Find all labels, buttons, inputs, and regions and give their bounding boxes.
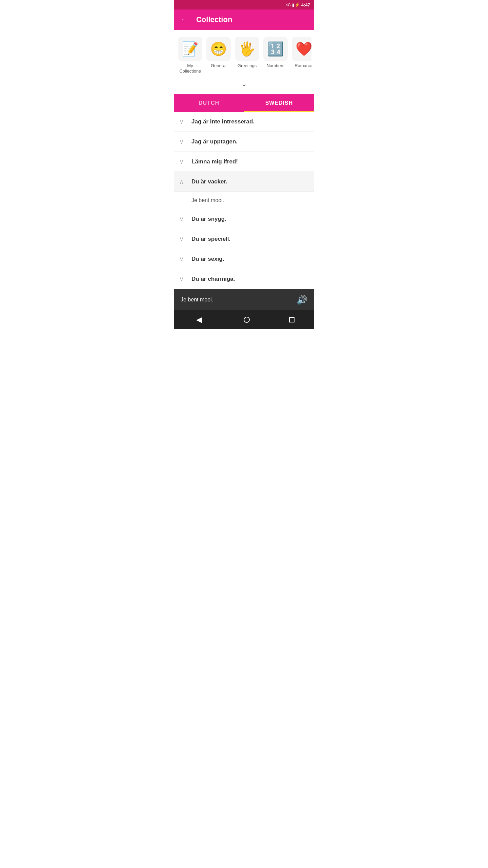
phrase-chevron-1: ∨ <box>179 118 187 125</box>
phrase-text-3: Lämna mig ifred! <box>191 158 238 165</box>
phrase-row-5[interactable]: ∨ Du är snygg. <box>174 209 314 229</box>
phrase-row-3[interactable]: ∨ Lämna mig ifred! <box>174 152 314 172</box>
nav-back-button[interactable]: ◀ <box>194 313 205 327</box>
category-scroll: 📝 My Collections 😁 General 🖐 Greetings 🔢… <box>177 35 311 78</box>
category-icon-general: 😁 <box>206 37 231 61</box>
category-item-numbers[interactable]: 🔢 Numbers <box>262 35 289 75</box>
battery-icon: ▮⚡ <box>292 2 300 7</box>
category-item-general[interactable]: 😁 General <box>205 35 232 75</box>
language-tabs: DUTCH SWEDISH <box>174 94 314 112</box>
nav-bar: ◀ <box>174 310 314 329</box>
audio-bar: Je bent mooi. 🔊 <box>174 289 314 310</box>
category-item-my-collections[interactable]: 📝 My Collections <box>177 35 204 75</box>
category-icon-greetings: 🖐 <box>235 37 259 61</box>
back-button[interactable]: ← <box>179 14 189 25</box>
category-label-numbers: Numbers <box>267 63 285 68</box>
category-section: 📝 My Collections 😁 General 🖐 Greetings 🔢… <box>174 30 314 94</box>
phrase-chevron-2: ∨ <box>179 138 187 145</box>
signal-icon: 4G <box>286 3 291 7</box>
phrase-chevron-8: ∨ <box>179 275 187 283</box>
phrase-row-4[interactable]: ∧ Du är vacker. <box>174 172 314 192</box>
phrase-chevron-5: ∨ <box>179 215 187 223</box>
phrase-chevron-3: ∨ <box>179 158 187 165</box>
phrase-text-1: Jag är inte intresserad. <box>191 118 255 125</box>
status-bar: 4G ▮⚡ 4:47 <box>174 0 314 9</box>
category-label-romance: Romance <box>294 63 311 68</box>
phrase-row-2[interactable]: ∨ Jag är upptagen. <box>174 132 314 152</box>
time-display: 4:47 <box>301 2 310 7</box>
app-bar: ← Collection <box>174 9 314 30</box>
app-bar-title: Collection <box>196 15 232 24</box>
category-item-romance[interactable]: ❤️ Romance <box>290 35 311 75</box>
phrase-text-6: Du är speciell. <box>191 236 230 242</box>
audio-text: Je bent mooi. <box>181 297 213 303</box>
audio-play-button[interactable]: 🔊 <box>297 295 307 305</box>
translation-text-4: Je bent mooi. <box>191 197 224 203</box>
phrase-row-7[interactable]: ∨ Du är sexig. <box>174 249 314 269</box>
nav-recents-button[interactable] <box>289 317 294 322</box>
phrase-row-6[interactable]: ∨ Du är speciell. <box>174 229 314 249</box>
category-label-my-collections: My Collections <box>178 63 202 74</box>
translation-row-4: Je bent mooi. <box>174 192 314 209</box>
phrase-row-8[interactable]: ∨ Du är charmiga. <box>174 269 314 289</box>
phrase-chevron-7: ∨ <box>179 255 187 263</box>
phrase-text-4: Du är vacker. <box>191 178 227 185</box>
phrase-text-7: Du är sexig. <box>191 256 224 262</box>
category-icon-romance: ❤️ <box>292 37 311 61</box>
category-icon-my-collections: 📝 <box>178 37 202 61</box>
category-icon-numbers: 🔢 <box>263 37 288 61</box>
nav-home-button[interactable] <box>244 317 250 323</box>
phrase-text-8: Du är charmiga. <box>191 276 235 282</box>
phrase-text-2: Jag är upptagen. <box>191 138 238 145</box>
tab-swedish[interactable]: SWEDISH <box>244 94 314 112</box>
expand-chevron[interactable]: ⌄ <box>177 78 311 91</box>
phrase-list: ∨ Jag är inte intresserad. ∨ Jag är uppt… <box>174 112 314 289</box>
status-icons: 4G ▮⚡ 4:47 <box>286 2 310 7</box>
phrase-text-5: Du är snygg. <box>191 216 226 222</box>
phrase-chevron-6: ∨ <box>179 235 187 243</box>
category-label-greetings: Greetings <box>238 63 257 68</box>
phrase-chevron-4: ∧ <box>179 178 187 185</box>
phrase-row-1[interactable]: ∨ Jag är inte intresserad. <box>174 112 314 132</box>
category-label-general: General <box>211 63 226 68</box>
tab-dutch[interactable]: DUTCH <box>174 94 244 112</box>
category-item-greetings[interactable]: 🖐 Greetings <box>233 35 261 75</box>
